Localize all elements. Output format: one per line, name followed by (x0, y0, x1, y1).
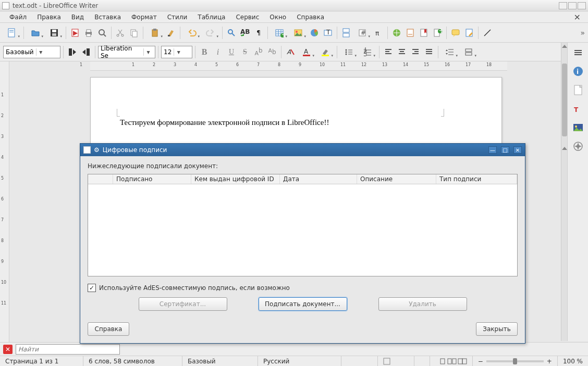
menu-window[interactable]: Окно (264, 12, 291, 22)
status-language[interactable]: Русский (258, 356, 341, 366)
dialog-help-button[interactable]: Справка (88, 322, 129, 336)
menu-view[interactable]: Вид (66, 12, 89, 22)
status-signature[interactable] (414, 356, 430, 366)
multi-page-view-icon[interactable] (447, 358, 457, 365)
status-insert-mode[interactable] (341, 356, 378, 366)
status-selection-mode[interactable] (378, 356, 414, 366)
menu-file[interactable]: Файл (4, 12, 32, 22)
find-replace-button[interactable] (225, 27, 238, 39)
book-view-icon[interactable] (458, 358, 467, 365)
line-spacing-button[interactable] (441, 46, 459, 58)
insert-special-char-button[interactable]: π (372, 27, 385, 39)
font-size-combo[interactable]: 12▾ (161, 46, 192, 58)
dialog-maximize-button[interactable]: □ (501, 146, 509, 154)
table-header-description[interactable]: Описание (357, 174, 436, 184)
menu-format[interactable]: Формат (126, 12, 162, 22)
insert-table-button[interactable]: + (271, 27, 288, 39)
find-close-button[interactable]: ✕ (3, 345, 13, 354)
status-style[interactable]: Базовый (182, 356, 258, 366)
menu-insert[interactable]: Вставка (89, 12, 126, 22)
document-body-text[interactable]: Тестируем формирование электронной подпи… (120, 118, 329, 127)
status-wordcount[interactable]: 6 слов, 58 символов (83, 356, 182, 366)
sidebar-gallery-icon[interactable] (571, 121, 585, 134)
ades-checkbox[interactable]: ✓ (88, 284, 96, 292)
zoom-percent[interactable]: 100 % (557, 356, 588, 366)
close-doc-icon[interactable]: × (571, 12, 584, 22)
table-header-icon[interactable] (88, 174, 113, 184)
open-button[interactable] (27, 27, 44, 39)
insert-image-button[interactable] (289, 27, 307, 39)
new-doc-button[interactable] (3, 27, 21, 39)
numbered-list-button[interactable]: 123 (359, 46, 376, 58)
insert-bookmark-button[interactable] (418, 27, 430, 39)
insert-hyperlink-button[interactable] (390, 27, 403, 39)
undo-button[interactable] (183, 27, 201, 39)
dialog-close-button[interactable]: ✕ (513, 146, 522, 154)
font-name-combo[interactable]: Liberation Se▾ (98, 46, 155, 58)
subscript-button[interactable]: Ab (266, 46, 278, 58)
table-header-type[interactable]: Тип подписи (436, 174, 517, 184)
copy-button[interactable] (128, 27, 140, 39)
line-tool-button[interactable] (481, 27, 494, 39)
paragraph-style-combo[interactable]: Базовый▾ (3, 46, 60, 58)
export-pdf-button[interactable]: ▶ (69, 27, 81, 39)
signatures-table[interactable]: Подписано Кем выдан цифровой ID Дата Опи… (88, 174, 518, 276)
clear-formatting-button[interactable]: A (284, 46, 297, 58)
redo-button[interactable] (202, 27, 219, 39)
close-button[interactable] (578, 2, 586, 9)
menu-edit[interactable]: Правка (32, 12, 66, 22)
align-left-button[interactable] (382, 46, 395, 58)
new-style-button[interactable] (80, 46, 92, 58)
nonprinting-chars-button[interactable]: ¶ (252, 27, 265, 39)
underline-button[interactable]: U (225, 46, 238, 58)
align-justify-button[interactable] (423, 46, 435, 58)
maximize-button[interactable] (568, 2, 577, 9)
update-style-button[interactable] (66, 46, 79, 58)
horizontal-ruler[interactable]: 1 12 34 56 78 910 1112 1314 1516 1718 (90, 61, 507, 71)
table-header-signed[interactable]: Подписано (113, 174, 191, 184)
table-header-date[interactable]: Дата (280, 174, 357, 184)
status-page[interactable]: Страница 1 из 1 (0, 356, 83, 366)
edit-doc-button[interactable] (463, 27, 475, 39)
italic-button[interactable]: i (212, 46, 224, 58)
delete-signature-button[interactable]: Удалить (378, 297, 467, 311)
bullet-list-button[interactable] (340, 46, 358, 58)
align-center-button[interactable] (396, 46, 408, 58)
track-changes-button[interactable]: + (431, 27, 444, 39)
insert-textbox-button[interactable]: T (322, 27, 334, 39)
sidebar-properties-icon[interactable]: i (571, 65, 585, 78)
menu-tools[interactable]: Сервис (230, 12, 264, 22)
paragraph-spacing-button[interactable] (460, 46, 477, 58)
zoom-out-icon[interactable]: − (478, 358, 483, 365)
zoom-slider[interactable] (486, 360, 544, 362)
menu-help[interactable]: Справка (291, 12, 329, 22)
insert-comment-button[interactable] (449, 27, 462, 39)
sidebar-settings-icon[interactable] (571, 46, 585, 59)
vertical-scrollbar[interactable] (561, 43, 567, 341)
sign-document-button[interactable]: Подписать документ... (259, 297, 347, 311)
insert-footnote-button[interactable] (404, 27, 416, 39)
menu-table[interactable]: Таблица (192, 12, 230, 22)
zoom-in-icon[interactable]: + (547, 358, 552, 365)
format-paintbrush-button[interactable] (165, 27, 177, 39)
table-header-issuer[interactable]: Кем выдан цифровой ID (191, 174, 280, 184)
insert-chart-button[interactable] (308, 27, 321, 39)
align-right-button[interactable] (409, 46, 422, 58)
single-page-view-icon[interactable] (439, 358, 446, 365)
toolbar-overflow-icon[interactable]: » (580, 29, 585, 37)
dialog-minimize-button[interactable]: — (488, 146, 497, 154)
dialog-titlebar[interactable]: ⚙ Цифровые подписи — □ ✕ (80, 144, 525, 156)
find-input[interactable] (16, 344, 120, 355)
font-color-button[interactable]: A (298, 46, 315, 58)
certificate-button[interactable]: Сертификат... (139, 297, 227, 311)
highlight-color-button[interactable] (316, 46, 334, 58)
cut-button[interactable] (114, 27, 127, 39)
menu-styles[interactable]: Стили (162, 12, 193, 22)
sidebar-navigator-icon[interactable] (571, 140, 585, 153)
sidebar-page-icon[interactable] (571, 83, 585, 97)
dialog-close-button-footer[interactable]: Закрыть (476, 322, 518, 336)
vertical-ruler[interactable]: 12 34 56 78 910 11 (0, 61, 9, 342)
zoom-controls[interactable]: − + (472, 356, 557, 366)
save-button[interactable] (45, 27, 63, 39)
insert-pagebreak-button[interactable] (340, 27, 352, 39)
